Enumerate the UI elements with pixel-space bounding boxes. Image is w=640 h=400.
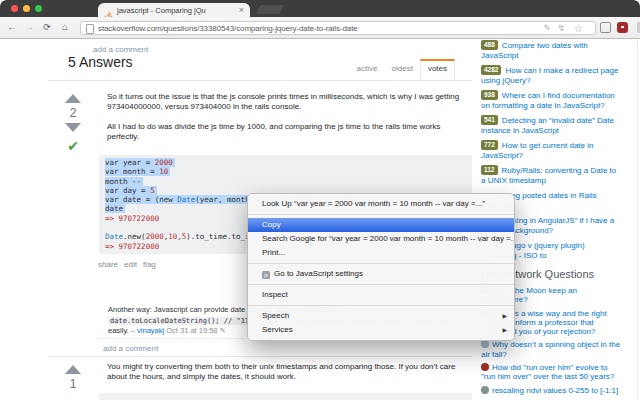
linked-question-link[interactable]: Ruby/Rails: converting a Date to a UNIX … <box>481 166 616 185</box>
menu-item-print[interactable]: Print... <box>248 246 514 260</box>
code-token: var month = <box>105 167 159 176</box>
comment-edited-icon[interactable]: ✎ <box>220 327 226 334</box>
hot-question-link[interactable]: rescaling ndvi values 0-255 to [-1:1] <box>492 386 618 395</box>
answer-paragraph: All I had to do was divide the js time b… <box>107 122 473 142</box>
back-icon[interactable]: ← <box>5 21 19 33</box>
browser-window: javascript - Comparing jQu × ← → ⟳ ⌂ sta… <box>0 0 640 400</box>
submenu-arrow-icon: ▶ <box>502 311 507 321</box>
code-token: var date = (new <box>105 195 177 204</box>
page-icon <box>86 24 94 34</box>
edit-url-icon[interactable]: ✎ <box>543 23 551 33</box>
downvote-icon[interactable] <box>65 123 81 132</box>
code-line-text: var day = 5 <box>105 186 157 195</box>
new-tab-button[interactable] <box>256 5 284 14</box>
menu-item-label: Go to JavaScript settings <box>274 269 363 278</box>
menu-separator <box>248 214 514 215</box>
answer-paragraph: You might try converting them both to th… <box>107 362 473 382</box>
browser-tab[interactable]: javascript - Comparing jQu × <box>98 3 250 17</box>
menu-item-search-google-for-var-year-var[interactable]: Search Google for “var year = 2000 var m… <box>248 232 514 246</box>
linked-question: 112Ruby/Rails: converting a Date to a UN… <box>481 165 621 185</box>
code-line: var year = 2000 <box>105 158 466 167</box>
vote-count: 1 <box>58 377 88 391</box>
code-block-partial <box>99 393 472 400</box>
upvote-icon[interactable] <box>65 94 81 103</box>
vote-count-badge: 541 <box>481 115 498 125</box>
menu-item-services[interactable]: Services▶ <box>248 323 514 337</box>
code-line-text: => 970722000 <box>105 214 159 223</box>
code-line-text: => 970722000 <box>105 242 159 251</box>
english-site-icon <box>481 363 489 371</box>
menu-item-label: Look Up “var year = 2000 var month = 10 … <box>262 199 485 208</box>
page-content: add a comment 5 Answers activeoldestvote… <box>0 39 640 400</box>
menu-item-go-to-javascript-settings[interactable]: jsGo to JavaScript settings <box>248 267 514 281</box>
sort-tab-oldest[interactable]: oldest <box>385 60 420 77</box>
comment-author-link[interactable]: vinayakj <box>137 326 164 335</box>
code-token: 2000 <box>146 232 164 241</box>
linked-question-link[interactable]: Where can I find documentation on format… <box>481 91 615 110</box>
menu-item-inspect[interactable]: Inspect <box>248 288 514 302</box>
menu-item-speech[interactable]: Speech▶ <box>248 309 514 323</box>
share-actions: shareeditflag <box>98 260 162 269</box>
bolt-icon[interactable]: ↯ <box>557 23 565 33</box>
hot-question-link[interactable]: How did "run over him" evolve to "run hi… <box>481 363 614 381</box>
url-text[interactable]: stackoverflow.com/questions/33380543/com… <box>98 24 358 33</box>
menu-separator <box>248 284 514 285</box>
menu-item-label: Services <box>262 325 293 334</box>
code-line-text: var year = 2000 <box>105 158 175 167</box>
answer-action-share[interactable]: share <box>98 260 118 269</box>
extension-shield-icon[interactable] <box>617 22 628 33</box>
address-bar[interactable]: stackoverflow.com/questions/33380543/com… <box>80 21 596 35</box>
home-icon[interactable]: ⌂ <box>58 21 72 33</box>
window-zoom-button[interactable] <box>35 5 42 12</box>
vote-cell-accepted: 2 ✔ <box>58 94 88 153</box>
linked-question: 541Detecting an “invalid date” Date inst… <box>481 115 621 135</box>
sort-tab-votes[interactable]: votes <box>420 59 455 80</box>
code-line-text: var month = 10 <box>105 167 170 176</box>
answers-header: 5 Answers <box>68 54 133 70</box>
answer-divider <box>48 356 472 357</box>
code-token: ).to_time.to_i <box>186 232 249 241</box>
vote-count-badge: 112 <box>481 165 498 175</box>
answer-action-edit[interactable]: edit <box>124 260 137 269</box>
sort-tabs: activeoldestvotes <box>350 60 455 80</box>
extension-window-icon[interactable] <box>600 22 611 33</box>
code-token: date <box>105 204 123 213</box>
linked-question-link[interactable]: How to get current date in JavaScript? <box>481 141 593 160</box>
add-comment-link-top[interactable]: add a comment <box>93 45 148 54</box>
linked-question: 772How to get current date in JavaScript… <box>481 140 621 160</box>
forward-icon[interactable]: → <box>22 21 36 33</box>
window-minimize-button[interactable] <box>23 5 30 12</box>
linked-question: 488Compare two dates with JavaScript <box>481 40 621 60</box>
hot-question-link[interactable]: Why doesn’t a spinning object in the air… <box>481 340 620 358</box>
menu-item-label: Copy <box>262 220 281 229</box>
menu-item-look-up-var-year-var-month-mon[interactable]: Look Up “var year = 2000 var month = 10 … <box>248 197 514 211</box>
add-comment-link[interactable]: add a comment <box>103 344 158 353</box>
code-token: 10 <box>159 167 168 176</box>
menu-item-label: Search Google for “var year = 2000 var m… <box>262 234 514 243</box>
linked-question-link[interactable]: Detecting an “invalid date” Date instanc… <box>481 116 614 135</box>
javascript-settings-icon: js <box>262 271 270 279</box>
physics-site-icon <box>481 340 489 348</box>
upvote-icon[interactable] <box>65 365 81 374</box>
linked-question-link[interactable]: How can I make a redirect page using jQu… <box>481 66 618 85</box>
code-line: var month = 10 <box>105 167 466 176</box>
menu-item-copy[interactable]: Copy <box>248 218 514 232</box>
code-line-text <box>105 223 110 232</box>
bookmark-star-icon[interactable]: ☆ <box>574 23 583 34</box>
tab-close-icon[interactable]: × <box>239 6 244 15</box>
menu-separator <box>248 305 514 306</box>
code-token: .new( <box>123 232 146 241</box>
code-line-text: month -- <box>105 177 143 186</box>
code-token: => 970722000 <box>105 242 159 251</box>
reload-icon[interactable]: ⟳ <box>40 21 54 33</box>
context-menu: Look Up “var year = 2000 var month = 10 … <box>247 193 515 341</box>
stackoverflow-favicon-icon <box>104 6 113 15</box>
code-line-text: date <box>105 204 125 213</box>
scrollbar-track[interactable] <box>637 39 638 400</box>
code-token: 5 <box>150 186 155 195</box>
window-close-button[interactable] <box>11 5 18 12</box>
hot-question: Why doesn’t a spinning object in the air… <box>481 340 621 359</box>
sort-tab-active[interactable]: active <box>350 60 385 77</box>
answer-action-flag[interactable]: flag <box>143 260 156 269</box>
tab-title: javascript - Comparing jQu <box>117 6 236 15</box>
